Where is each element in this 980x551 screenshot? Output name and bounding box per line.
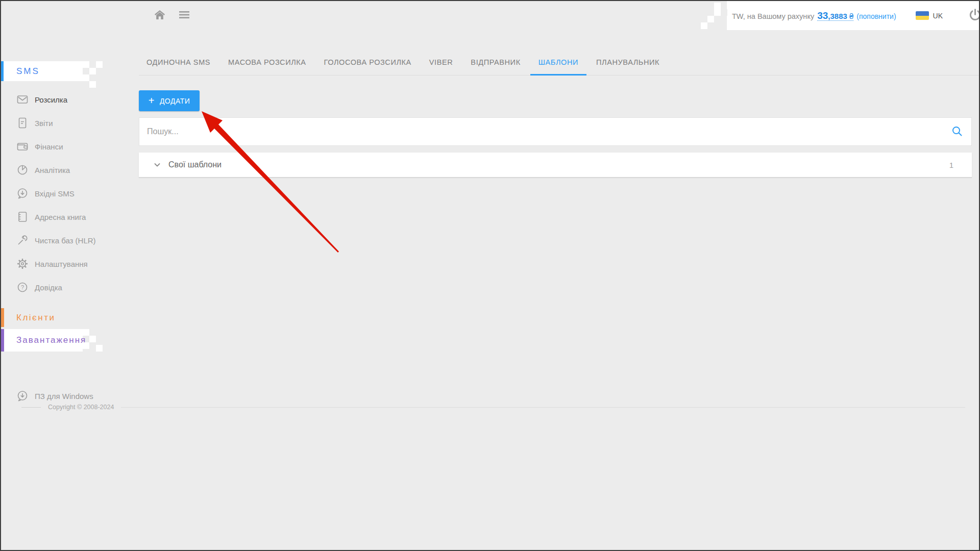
tab-shablony[interactable]: ШАБЛОНИ [538,49,578,75]
svg-text:?: ? [21,284,24,290]
tab-masova-rozsylka[interactable]: МАСОВА РОЗСИЛКА [228,49,306,75]
sidebar-item-adresna-knyha[interactable]: Адресна книга [1,205,139,229]
balance-text: TW, на Вашому рахунку 33,3883 ₴ (поповни… [732,10,896,21]
sidebar-item-label: Адресна книга [35,213,86,221]
divider [21,407,41,408]
sidebar-item-rozsylka[interactable]: Розсилка [1,88,139,111]
group-count-badge: 1 [949,161,953,169]
sidebar-item-label: Чистка баз (HLR) [35,236,96,245]
home-icon [154,10,165,21]
logout-button[interactable] [967,7,980,24]
sidebar-section-sms[interactable]: SMS [1,61,83,81]
sidebar-section-clients-label: Клієнти [16,313,55,323]
sidebar-section-clients[interactable]: Клієнти [1,308,55,327]
tab-planuvalnyk[interactable]: ПЛАНУВАЛЬНИК [596,49,659,75]
sidebar-item-zvity[interactable]: Звіти [1,111,139,135]
balance-prefix: TW, на Вашому рахунку [732,12,814,20]
group-title: Свої шаблони [168,160,222,169]
chevron-down-icon[interactable] [153,161,161,169]
help-icon: ? [16,281,29,293]
download-icon [16,390,29,402]
copyright-text: Copyright © 2008-2024 [48,404,114,411]
sidebar-section-downloads[interactable]: Завантаження [1,329,83,352]
search-button[interactable] [943,125,971,139]
add-template-button[interactable]: + ДОДАТИ [139,90,200,111]
report-icon [16,117,29,129]
balance-amount-link[interactable]: 33,3883 ₴ [817,12,853,21]
tab-holosova-rozsylka[interactable]: ГОЛОСОВА РОЗСИЛКА [324,49,411,75]
tab-bar: ОДИНОЧНА SMS МАСОВА РОЗСИЛКА ГОЛОСОВА РО… [139,49,979,76]
add-button-label: ДОДАТИ [160,97,190,105]
sidebar-menu: Розсилка Звіти Фінанси [1,88,139,299]
sidebar-item-label: ПЗ для Windows [35,392,93,400]
topbar: TW, на Вашому рахунку 33,3883 ₴ (поповни… [1,1,979,30]
search-bar [139,117,972,146]
hamburger-icon [179,10,190,21]
plus-icon: + [149,95,155,106]
tab-vidpravnyk[interactable]: ВІДПРАВНИК [471,49,520,75]
sidebar-section-downloads-label: Завантаження [16,335,86,345]
home-button[interactable] [153,9,166,22]
sidebar-section-sms-label: SMS [16,66,40,77]
power-icon [968,8,980,23]
main-content: ОДИНОЧНА SMS МАСОВА РОЗСИЛКА ГОЛОСОВА РО… [139,30,979,550]
address-book-icon [16,211,29,223]
search-input[interactable] [139,118,943,145]
sidebar-item-vhidni-sms[interactable]: Вхідні SMS [1,182,139,205]
pixel-decoration [83,61,89,68]
topup-link[interactable]: (поповнити) [856,12,896,20]
sidebar-item-label: Фінанси [35,142,63,151]
sidebar-item-finansy[interactable]: Фінанси [1,135,139,158]
pixel-decoration [83,329,89,336]
envelope-icon [16,93,29,106]
sidebar: SMS Розсилка Звіти [1,30,139,550]
tab-odynochna-sms[interactable]: ОДИНОЧНА SMS [146,49,210,75]
account-panel: TW, на Вашому рахунку 33,3883 ₴ (поповни… [727,1,979,30]
wrench-icon [16,234,29,246]
sidebar-item-label: Вхідні SMS [35,189,75,198]
ukraine-flag-icon [916,11,929,20]
search-icon [951,125,963,139]
sidebar-item-label: Звіти [35,119,53,128]
language-code: UK [933,12,943,20]
inbox-message-icon [16,187,29,199]
sidebar-item-label: Довідка [35,283,62,292]
sidebar-item-dovidka[interactable]: ? Довідка [1,276,139,299]
tab-viber[interactable]: VIBER [429,49,453,75]
pie-chart-icon [16,164,29,176]
sidebar-item-label: Розсилка [35,95,67,104]
sidebar-item-analityka[interactable]: Аналітика [1,158,139,182]
sidebar-item-chystka-baz[interactable]: Чистка баз (HLR) [1,229,139,252]
sidebar-item-label: Налаштування [35,260,88,268]
wallet-icon [16,140,29,153]
templates-group-header[interactable]: Свої шаблони 1 [139,153,972,178]
sidebar-item-nalashtuvannya[interactable]: Налаштування [1,252,139,276]
gear-icon [16,258,29,270]
pixel-decoration [701,22,707,29]
menu-button[interactable] [178,9,191,22]
sidebar-item-label: Аналітика [35,166,70,174]
language-selector[interactable]: UK [916,11,943,20]
